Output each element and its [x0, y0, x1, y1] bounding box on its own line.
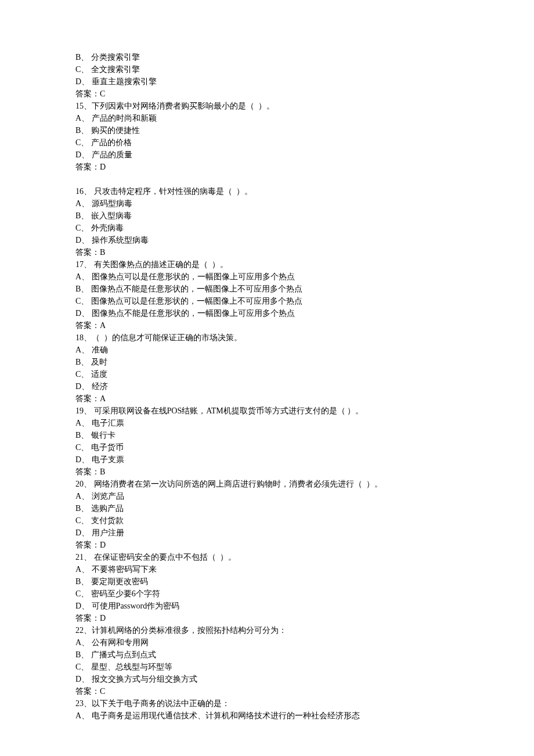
- text-line: 18、（ ）的信息才可能保证正确的市场决策。: [75, 332, 459, 344]
- text-line: 20、 网络消费者在第一次访问所选的网上商店进行购物时，消费者必须先进行（ ）。: [75, 478, 459, 490]
- text-line: C、 适度: [75, 368, 459, 380]
- text-line: 15、下列因素中对网络消费者购买影响最小的是（ ）。: [75, 100, 459, 112]
- text-line: B、 银行卡: [75, 429, 459, 441]
- text-line: 23、以下关于电子商务的说法中正确的是：: [75, 697, 459, 710]
- text-line: C、 图像热点可以是任意形状的，一幅图像上不可应用多个热点: [75, 295, 459, 307]
- text-line: B、 分类搜索引擎: [75, 51, 459, 63]
- text-line: C、 电子货币: [75, 441, 459, 453]
- text-line: 答案：B: [75, 246, 459, 258]
- text-line: 答案：A: [75, 319, 459, 332]
- text-line: B、 广播式与点到点式: [75, 649, 459, 661]
- text-line: A、 准确: [75, 344, 459, 356]
- text-line: B、 选购产品: [75, 502, 459, 514]
- text-line: D、 经济: [75, 380, 459, 393]
- document-content: B、 分类搜索引擎C、 全文搜索引擎D、 垂直主题搜索引擎答案：C15、下列因素…: [75, 51, 459, 722]
- text-line: 答案：C: [75, 685, 459, 697]
- text-line: D、 垂直主题搜索引擎: [75, 75, 459, 88]
- text-line: C、 全文搜索引擎: [75, 63, 459, 75]
- text-line: D、 电子支票: [75, 453, 459, 466]
- text-line: A、 源码型病毒: [75, 197, 459, 210]
- text-line: D、 用户注册: [75, 527, 459, 539]
- text-line: 答案：D: [75, 539, 459, 551]
- text-line: B、 要定期更改密码: [75, 575, 459, 588]
- text-line: D、 图像热点不能是任意形状的，一幅图像上可应用多个热点: [75, 307, 459, 319]
- document-page: B、 分类搜索引擎C、 全文搜索引擎D、 垂直主题搜索引擎答案：C15、下列因素…: [0, 0, 534, 756]
- text-line: C、 外壳病毒: [75, 222, 459, 234]
- text-line: 答案：B: [75, 466, 459, 478]
- text-line: 22、计算机网络的分类标准很多，按照拓扑结构分可分为：: [75, 624, 459, 636]
- text-line: C、 星型、总线型与环型等: [75, 661, 459, 673]
- text-line: A、 电子商务是运用现代通信技术、计算机和网络技术进行的一种社会经济形态: [75, 710, 459, 722]
- text-line: 答案：C: [75, 88, 459, 100]
- text-line: 19、 可采用联网设备在线POS结账，ATM机提取货币等方式进行支付的是（ ）。: [75, 405, 459, 417]
- text-line: A、 图像热点可以是任意形状的，一幅图像上可应用多个热点: [75, 271, 459, 283]
- text-line: A、 产品的时尚和新颖: [75, 112, 459, 124]
- text-line: A、 浏览产品: [75, 490, 459, 502]
- text-line: D、 可使用Password作为密码: [75, 600, 459, 612]
- text-line: 答案：D: [75, 612, 459, 624]
- text-line: D、 产品的质量: [75, 149, 459, 161]
- text-line: C、 支付货款: [75, 514, 459, 527]
- text-line: [75, 173, 459, 185]
- text-line: C、 密码至少要6个字符: [75, 588, 459, 600]
- text-line: B、 图像热点不能是任意形状的，一幅图像上不可应用多个热点: [75, 283, 459, 295]
- text-line: 16、 只攻击特定程序，针对性强的病毒是（ ）。: [75, 185, 459, 197]
- text-line: 21、 在保证密码安全的要点中不包括（ ）。: [75, 551, 459, 563]
- text-line: C、 产品的价格: [75, 136, 459, 149]
- text-line: A、 不要将密码写下来: [75, 563, 459, 575]
- text-line: 答案：A: [75, 393, 459, 405]
- text-line: D、 报文交换方式与分组交换方式: [75, 673, 459, 685]
- text-line: A、 公有网和专用网: [75, 636, 459, 649]
- text-line: B、 及时: [75, 356, 459, 368]
- text-line: 17、 有关图像热点的描述正确的是（ ）。: [75, 258, 459, 271]
- text-line: B、 嵌入型病毒: [75, 210, 459, 222]
- text-line: D、 操作系统型病毒: [75, 234, 459, 246]
- text-line: B、 购买的便捷性: [75, 124, 459, 136]
- text-line: A、 电子汇票: [75, 417, 459, 429]
- text-line: 答案：D: [75, 161, 459, 173]
